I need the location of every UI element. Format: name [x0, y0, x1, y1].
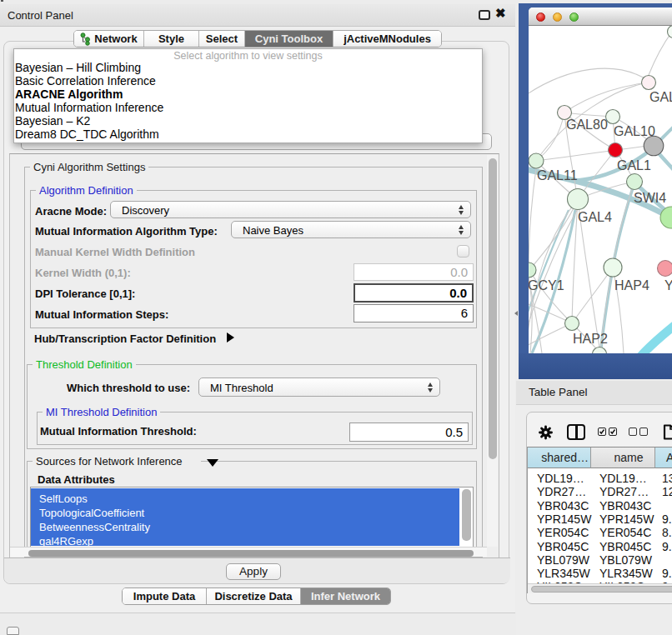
svg-text:GAL1: GAL1 — [617, 158, 651, 172]
svg-text:GAL4: GAL4 — [578, 210, 612, 224]
svg-text:SWI4: SWI4 — [634, 191, 666, 205]
svg-text:GAL7: GAL7 — [649, 90, 672, 104]
svg-text:HAP4: HAP4 — [614, 278, 649, 292]
svg-text:GCY1: GCY1 — [529, 278, 564, 292]
svg-text:GAL80: GAL80 — [566, 118, 608, 132]
svg-text:GAL11: GAL11 — [537, 168, 578, 182]
svg-text:HAP2: HAP2 — [573, 332, 608, 346]
svg-text:Y: Y — [664, 278, 672, 292]
svg-text:GAL10: GAL10 — [614, 124, 655, 138]
